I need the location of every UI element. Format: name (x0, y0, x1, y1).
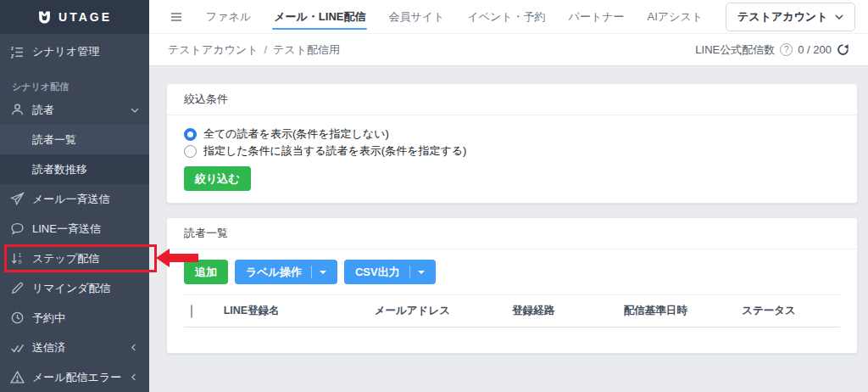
filter-submit-button[interactable]: 絞り込む (184, 166, 251, 191)
double-check-icon (10, 340, 25, 355)
line-quota: LINE公式配信数 0 / 200 (695, 42, 849, 58)
pencil-icon (10, 281, 25, 295)
sidebar-item-reminder-delivery[interactable]: リマインダ配信 (0, 273, 149, 303)
sidebar-item-label: メール一斉送信 (32, 192, 110, 207)
account-name: テストアカウント (737, 9, 827, 25)
sort-numeric-icon: 1 9 (10, 251, 25, 266)
sidebar-item-step-delivery[interactable]: 1 9 ステップ配信 (0, 244, 149, 273)
tab-partner[interactable]: パートナー (569, 0, 625, 34)
csv-export-dropdown-button[interactable]: CSV出力 (344, 260, 436, 284)
radio-filtered-readers[interactable]: 指定した条件に該当する読者を表示(条件を指定する) (184, 143, 840, 160)
sidebar-section-label: シナリオ配信 (0, 70, 149, 95)
col-email: メールアドレス (368, 295, 506, 328)
sidebar-item-label: 読者一覧 (32, 132, 76, 148)
sidebar-item-label: リマインダ配信 (32, 281, 111, 296)
col-status: ステータス (735, 295, 840, 328)
sidebar-item-label: シナリオ管理 (32, 44, 99, 59)
readers-panel: 読者一覧 追加 ラベル操作 CSV出力 (166, 217, 858, 354)
sidebar-item-label: LINE一斉送信 (32, 221, 101, 237)
chevron-down-icon (131, 106, 139, 115)
filter-panel: 絞込条件 全ての読者を表示(条件を指定しない) 指定した条件に該当する読者を表示… (166, 83, 858, 204)
split-divider (409, 266, 410, 278)
sidebar-item-reader-count-trend[interactable]: 読者数推移 (0, 154, 149, 184)
sidebar-item-label: 予約中 (32, 311, 65, 326)
chevron-left-icon (131, 344, 139, 352)
tab-member-site[interactable]: 会員サイト (388, 0, 444, 34)
chevron-down-icon (835, 13, 843, 21)
sidebar-item-scheduled[interactable]: 予約中 (0, 303, 149, 333)
radio-label: 指定した条件に該当する読者を表示(条件を指定する) (203, 143, 466, 159)
send-icon (10, 192, 25, 206)
chevron-left-icon (131, 373, 139, 382)
button-label: ラベル操作 (246, 265, 302, 280)
quota-value: 0 / 200 (798, 43, 832, 56)
top-navbar: ファネル メール・LINE配信 会員サイト イベント・予約 パートナー AIアシ… (149, 0, 868, 34)
main-content: 絞込条件 全ての読者を表示(条件を指定しない) 指定した条件に該当する読者を表示… (149, 66, 868, 392)
sidebar: UTAGE シナリオ管理 シナリオ配信 読者 読者一覧 読者数推移 (0, 0, 149, 392)
sidebar-item-label: 送信済 (32, 340, 65, 356)
sidebar-item-label: メール配信エラー (32, 370, 121, 385)
sidebar-item-mail-delivery-error[interactable]: メール配信エラー (0, 362, 149, 392)
radio-icon[interactable] (184, 128, 197, 141)
help-icon[interactable] (780, 43, 793, 56)
refresh-icon[interactable] (837, 43, 849, 56)
breadcrumb-separator: / (264, 43, 267, 56)
button-label: CSV出力 (355, 265, 400, 280)
col-delivery-base-datetime: 配信基準日時 (617, 295, 735, 328)
sidebar-item-readers[interactable]: 読者 (0, 95, 149, 125)
utage-logo-icon (37, 10, 52, 25)
user-icon (10, 103, 25, 117)
sidebar-item-reader-list[interactable]: 読者一覧 (0, 125, 149, 154)
logo-text: UTAGE (58, 10, 112, 24)
readers-table: LINE登録名 メールアドレス 登録経路 配信基準日時 ステータス (184, 294, 840, 353)
account-dropdown-button[interactable]: テストアカウント (726, 3, 855, 31)
col-line-name: LINE登録名 (217, 295, 368, 328)
svg-text:1: 1 (19, 252, 22, 258)
radio-icon[interactable] (184, 145, 197, 158)
label-operations-dropdown-button[interactable]: ラベル操作 (235, 260, 337, 284)
col-registration-route: 登録経路 (505, 295, 617, 328)
split-divider (311, 266, 312, 278)
logo: UTAGE (0, 0, 149, 34)
tab-ai-assist[interactable]: AIアシスト (648, 0, 704, 34)
readers-panel-title: 読者一覧 (167, 218, 857, 249)
select-all-checkbox[interactable] (191, 305, 192, 318)
ordered-list-icon (10, 45, 25, 59)
breadcrumb-current: テスト配信用 (273, 42, 340, 58)
caret-down-icon (418, 271, 425, 274)
radio-label: 全ての読者を表示(条件を指定しない) (203, 126, 389, 142)
breadcrumb-bar: テストアカウント / テスト配信用 LINE公式配信数 0 / 200 (149, 34, 868, 66)
clock-icon (10, 311, 25, 325)
empty-table-area (184, 328, 840, 353)
hamburger-icon[interactable] (170, 10, 183, 24)
sidebar-item-label: 読者 (32, 103, 54, 118)
tab-funnel[interactable]: ファネル (206, 0, 251, 34)
svg-text:9: 9 (19, 259, 22, 265)
breadcrumb-account[interactable]: テストアカウント (168, 42, 258, 58)
filter-panel-title: 絞込条件 (167, 84, 857, 115)
sidebar-item-sent[interactable]: 送信済 (0, 333, 149, 362)
quota-label: LINE公式配信数 (695, 42, 775, 58)
radio-all-readers[interactable]: 全ての読者を表示(条件を指定しない) (184, 126, 840, 143)
sidebar-item-mail-broadcast[interactable]: メール一斉送信 (0, 184, 149, 214)
tab-mail-line-delivery[interactable]: メール・LINE配信 (274, 0, 365, 34)
add-reader-button[interactable]: 追加 (184, 260, 228, 284)
warning-icon (10, 370, 25, 384)
sidebar-item-label: ステップ配信 (32, 251, 99, 266)
caret-down-icon (320, 271, 326, 274)
sidebar-item-scenario-management[interactable]: シナリオ管理 (0, 34, 149, 70)
table-header-row: LINE登録名 メールアドレス 登録経路 配信基準日時 ステータス (184, 295, 840, 328)
tab-event-booking[interactable]: イベント・予約 (467, 0, 545, 34)
readers-toolbar: 追加 ラベル操作 CSV出力 (184, 260, 840, 284)
sidebar-item-line-broadcast[interactable]: LINE一斉送信 (0, 214, 149, 244)
chat-bubble-icon (10, 221, 25, 236)
sidebar-item-label: 読者数推移 (32, 162, 87, 177)
